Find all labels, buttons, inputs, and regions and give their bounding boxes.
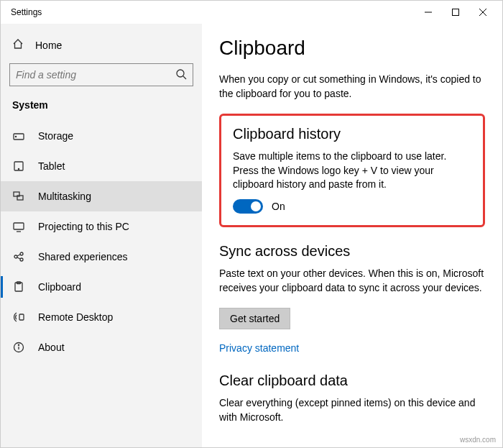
sidebar-item-clipboard[interactable]: Clipboard	[1, 272, 202, 302]
watermark: wsxdn.com	[460, 436, 496, 444]
remote-icon	[12, 311, 25, 324]
svg-line-17	[17, 257, 20, 259]
category-label: System	[1, 93, 202, 121]
clear-desc: Clear everything (except pinned items) o…	[219, 396, 485, 424]
history-toggle[interactable]	[233, 199, 263, 214]
window-controls	[415, 1, 497, 24]
svg-point-7	[15, 136, 16, 137]
search-box[interactable]	[9, 63, 193, 86]
home-icon	[12, 38, 24, 52]
get-started-button[interactable]: Get started	[219, 308, 290, 329]
svg-line-5	[183, 76, 186, 79]
maximize-button[interactable]	[442, 1, 469, 24]
tablet-icon	[12, 160, 25, 173]
sidebar-item-multitasking[interactable]: Multitasking	[1, 181, 202, 211]
clear-title: Clear clipboard data	[219, 372, 485, 389]
history-title: Clipboard history	[233, 126, 471, 142]
multitasking-icon	[12, 190, 25, 203]
svg-point-23	[18, 344, 19, 345]
sidebar-item-label: Tablet	[38, 160, 65, 172]
clipboard-icon	[12, 280, 25, 293]
sidebar-item-about[interactable]: About	[1, 332, 202, 362]
sidebar-item-storage[interactable]: Storage	[1, 121, 202, 151]
window-title: Settings	[6, 7, 42, 17]
sidebar-item-label: Clipboard	[38, 281, 81, 293]
history-desc: Save multiple items to the clipboard to …	[233, 150, 471, 192]
share-icon	[12, 250, 25, 263]
history-toggle-row: On	[233, 199, 471, 214]
nav-list: Storage Tablet Multitasking	[1, 121, 202, 362]
search-wrap	[1, 59, 202, 93]
close-button[interactable]	[469, 1, 497, 24]
info-icon	[12, 341, 25, 354]
sidebar-item-label: Remote Desktop	[38, 311, 113, 323]
sidebar-item-label: Shared experiences	[38, 251, 128, 262]
sidebar-item-projecting[interactable]: Projecting to this PC	[1, 211, 202, 242]
sidebar: Home System Storage	[1, 24, 202, 447]
toggle-knob	[251, 201, 261, 211]
storage-icon	[12, 129, 25, 142]
svg-point-14	[20, 252, 23, 255]
minimize-button[interactable]	[415, 1, 442, 24]
svg-point-15	[20, 258, 23, 261]
svg-point-13	[14, 255, 17, 258]
settings-window: Settings Home	[0, 0, 503, 448]
privacy-link[interactable]: Privacy statement	[219, 342, 299, 354]
sidebar-item-remote[interactable]: Remote Desktop	[1, 302, 202, 332]
content-pane: Clipboard When you copy or cut something…	[202, 24, 502, 447]
svg-point-4	[177, 70, 184, 77]
titlebar: Settings	[1, 1, 502, 24]
sidebar-item-shared[interactable]: Shared experiences	[1, 242, 202, 272]
home-nav[interactable]: Home	[1, 31, 202, 59]
svg-rect-20	[19, 314, 24, 320]
svg-rect-1	[453, 9, 459, 16]
search-input[interactable]	[16, 69, 175, 81]
sidebar-item-label: Projecting to this PC	[38, 221, 129, 232]
search-icon	[175, 68, 187, 82]
page-title: Clipboard	[219, 37, 485, 60]
home-label: Home	[35, 40, 62, 51]
page-intro: When you copy or cut something in Window…	[219, 73, 485, 101]
sidebar-item-label: About	[38, 342, 65, 353]
sidebar-item-tablet[interactable]: Tablet	[1, 151, 202, 181]
sync-desc: Paste text on your other devices. When t…	[219, 267, 485, 295]
svg-point-9	[18, 168, 19, 169]
projecting-icon	[12, 220, 25, 233]
window-body: Home System Storage	[1, 24, 502, 447]
svg-line-16	[17, 255, 20, 256]
sidebar-item-label: Multitasking	[38, 191, 91, 202]
sidebar-item-label: Storage	[38, 130, 73, 142]
clipboard-history-section: Clipboard history Save multiple items to…	[219, 114, 485, 227]
sync-title: Sync across devices	[219, 243, 485, 260]
svg-rect-12	[14, 223, 24, 229]
history-toggle-label: On	[272, 201, 285, 212]
